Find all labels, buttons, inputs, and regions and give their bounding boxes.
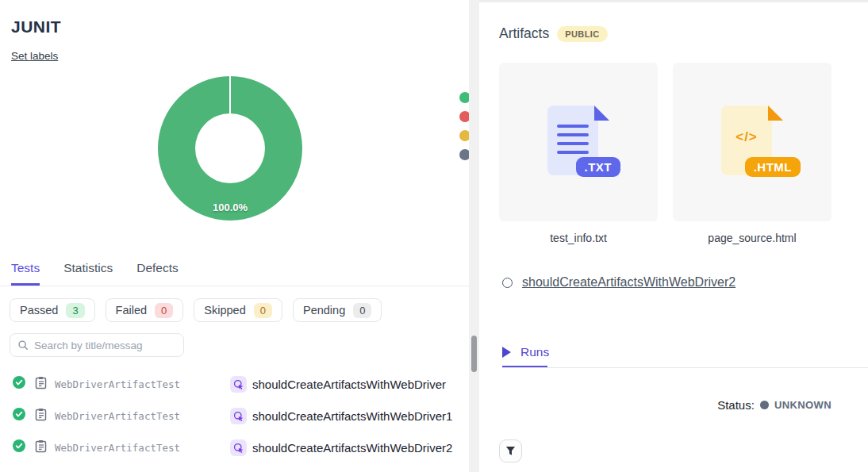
tab-tests[interactable]: Tests <box>11 261 40 286</box>
status-value: UNKNOWN <box>774 399 832 411</box>
filter-chip-label: Skipped <box>204 304 245 317</box>
passed-check-icon <box>13 408 25 424</box>
status-label: Status: <box>717 398 755 412</box>
runs-label: Runs <box>520 345 549 359</box>
funnel-icon <box>505 446 516 456</box>
page-fold-flap <box>768 106 783 121</box>
filter-chip-passed[interactable]: Passed 3 <box>10 298 95 322</box>
html-extension-badge: .HTML <box>745 157 801 177</box>
test-suite-name: WebDriverArtifactTest <box>55 378 230 390</box>
linked-test-row: shouldCreateArtifactsWithWebDriver2 <box>502 275 735 290</box>
test-suite-name: WebDriverArtifactTest <box>55 410 230 422</box>
code-glyph: </> <box>721 129 772 145</box>
page-fold-flap <box>594 106 609 121</box>
text-lines <box>557 125 589 154</box>
status-dot-icon <box>760 401 769 409</box>
filter-chip-skipped[interactable]: Skipped 0 <box>194 298 282 322</box>
filter-chip-label: Pending <box>303 304 345 317</box>
test-title[interactable]: shouldCreateArtifactsWithWebDriver2 <box>252 441 452 455</box>
txt-file-icon: .TXT <box>547 106 609 178</box>
pending-count-badge: 0 <box>353 303 371 318</box>
artifacts-header: Artifacts PUBLIC <box>499 25 608 42</box>
test-list: WebDriverArtifactTest shouldCreateArtifa… <box>0 368 469 463</box>
status-filter-chips: Passed 3 Failed 0 Skipped 0 Pending 0 <box>10 298 382 322</box>
runs-section-toggle[interactable]: Runs <box>502 345 549 359</box>
cursor-click-icon <box>230 376 247 393</box>
search-input[interactable] <box>34 340 176 351</box>
search-icon <box>17 340 29 351</box>
report-page: JUNIT Set labels 100.0% Tests Statistics… <box>0 0 868 472</box>
test-row[interactable]: WebDriverArtifactTest shouldCreateArtifa… <box>0 368 469 400</box>
runs-divider <box>502 367 868 368</box>
test-row[interactable]: WebDriverArtifactTest shouldCreateArtifa… <box>0 400 469 432</box>
scrollbar-thumb[interactable] <box>471 336 477 372</box>
public-badge: PUBLIC <box>557 26 607 42</box>
passed-check-icon <box>13 376 25 392</box>
status-row: Status: UNKNOWN <box>717 398 832 412</box>
artifact-file-name: test_info.txt <box>499 232 658 244</box>
txt-extension-badge: .TXT <box>576 157 621 177</box>
test-status-circle-icon[interactable] <box>502 278 513 288</box>
search-box <box>10 333 184 357</box>
test-title[interactable]: shouldCreateArtifactsWithWebDriver1 <box>252 409 452 423</box>
artifacts-drawer: Artifacts PUBLIC .TXT <box>479 0 868 472</box>
linked-test-link[interactable]: shouldCreateArtifactsWithWebDriver2 <box>522 275 735 290</box>
clipboard-icon <box>35 439 47 456</box>
cursor-click-icon <box>230 408 247 424</box>
artifact-card-txt[interactable]: .TXT <box>499 63 658 221</box>
tab-statistics[interactable]: Statistics <box>63 261 113 286</box>
tab-defects[interactable]: Defects <box>136 261 179 286</box>
donut-segment-gap <box>229 76 231 114</box>
filter-chip-pending[interactable]: Pending 0 <box>293 298 382 322</box>
artifact-file-names: test_info.txt page_source.html <box>499 232 832 244</box>
results-donut-chart[interactable]: 100.0% <box>158 76 302 221</box>
donut-hole <box>195 113 265 183</box>
cursor-click-icon <box>230 439 247 456</box>
passed-count-badge: 3 <box>66 303 84 318</box>
artifact-cards: .TXT </> .HTML <box>499 63 832 221</box>
drawer-scrollbar <box>469 0 479 472</box>
artifact-file-name: page_source.html <box>673 232 832 244</box>
artifact-card-html[interactable]: </> .HTML <box>673 63 832 221</box>
filter-button[interactable] <box>499 439 522 462</box>
play-triangle-icon <box>502 347 511 358</box>
donut-percent-label: 100.0% <box>158 201 302 213</box>
filter-chip-label: Failed <box>116 304 148 317</box>
skipped-count-badge: 0 <box>254 303 272 318</box>
clipboard-icon <box>35 408 47 424</box>
filter-chip-label: Passed <box>20 304 58 317</box>
set-labels-link[interactable]: Set labels <box>11 50 58 62</box>
run-report-panel: JUNIT Set labels 100.0% Tests Statistics… <box>0 0 469 472</box>
test-title[interactable]: shouldCreateArtifactsWithWebDriver <box>252 378 446 391</box>
filter-chip-failed[interactable]: Failed 0 <box>106 298 184 322</box>
test-row[interactable]: WebDriverArtifactTest shouldCreateArtifa… <box>0 432 469 463</box>
passed-check-icon <box>13 439 25 455</box>
artifacts-heading: Artifacts <box>499 25 549 42</box>
html-file-icon: </> .HTML <box>721 106 783 178</box>
page-title: JUNIT <box>11 17 61 36</box>
failed-count-badge: 0 <box>155 303 173 318</box>
report-tabs: Tests Statistics Defects <box>0 261 469 286</box>
clipboard-icon <box>35 376 47 393</box>
test-suite-name: WebDriverArtifactTest <box>55 442 230 454</box>
